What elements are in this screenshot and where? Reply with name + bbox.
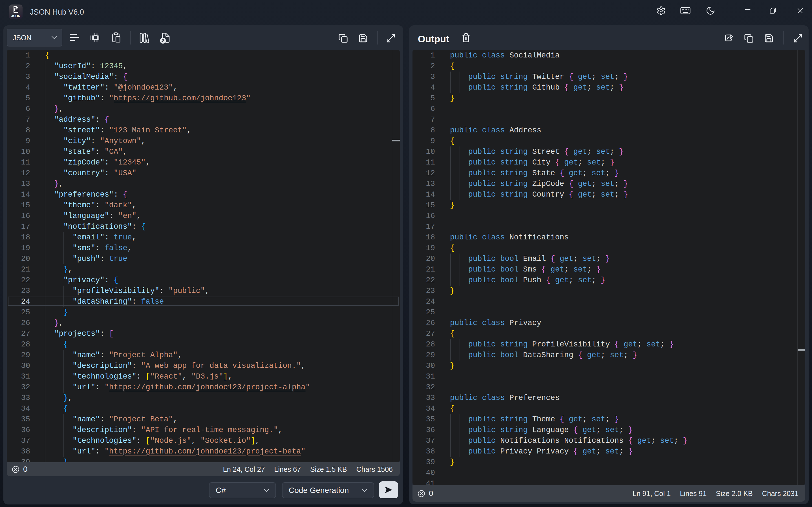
svg-text:JSON: JSON: [11, 14, 20, 18]
